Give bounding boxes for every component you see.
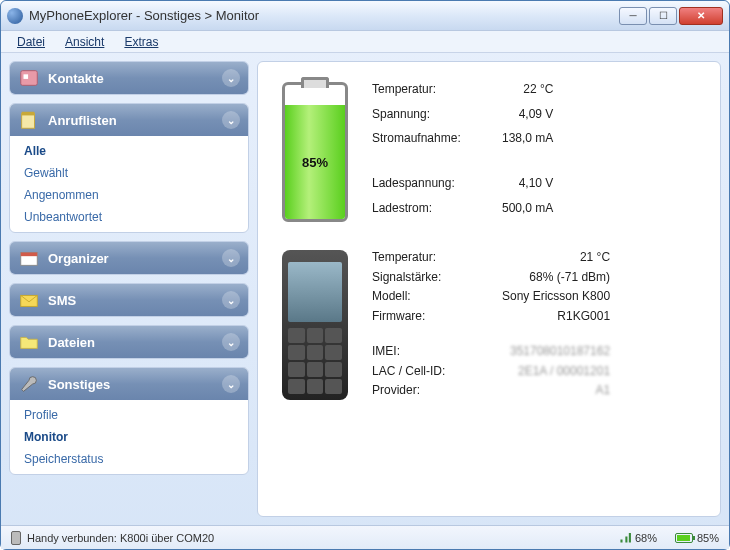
section-organizer: Organizer ⌄: [9, 241, 249, 275]
battery-percent-text: 85%: [302, 155, 328, 170]
status-text: Handy verbunden: K800i über COM20: [27, 532, 214, 544]
section-dateien: Dateien ⌄: [9, 325, 249, 359]
phone-row: Temperatur: 21 °C Signalstärke: 68% (-71…: [282, 250, 696, 400]
section-header-sms[interactable]: SMS ⌄: [10, 284, 248, 316]
value-voltage: 4,09 V: [502, 107, 583, 129]
label-signal: Signalstärke:: [372, 270, 502, 287]
status-battery: 85%: [675, 532, 719, 544]
value-imei: 351708010187162: [502, 344, 640, 361]
chevron-down-icon: ⌄: [222, 291, 240, 309]
phone-visual: [282, 250, 348, 400]
signal-icon: [617, 533, 631, 543]
sidebar-item-monitor[interactable]: Monitor: [10, 426, 248, 448]
value-ptemp: 21 °C: [502, 250, 640, 267]
section-sonstiges: Sonstiges ⌄ Profile Monitor Speicherstat…: [9, 367, 249, 475]
section-label: Sonstiges: [48, 377, 110, 392]
window-title: MyPhoneExplorer - Sonstiges > Monitor: [29, 8, 619, 23]
label-voltage: Spannung:: [372, 107, 502, 129]
wrench-icon: [18, 373, 40, 395]
value-temp: 22 °C: [502, 82, 583, 104]
svg-rect-3: [22, 112, 35, 116]
battery-visual: 85%: [282, 82, 348, 222]
app-icon: [7, 8, 23, 24]
status-battery-value: 85%: [697, 532, 719, 544]
contacts-icon: [18, 67, 40, 89]
section-header-dateien[interactable]: Dateien ⌄: [10, 326, 248, 358]
svg-rect-1: [24, 74, 29, 79]
section-header-kontakte[interactable]: Kontakte ⌄: [10, 62, 248, 94]
section-label: Dateien: [48, 335, 95, 350]
minimize-button[interactable]: ─: [619, 7, 647, 25]
svg-rect-0: [21, 71, 38, 86]
label-firmware: Firmware:: [372, 309, 502, 326]
menu-extras[interactable]: Extras: [116, 33, 166, 51]
status-signal: 68%: [617, 532, 657, 544]
svg-rect-5: [21, 253, 38, 257]
sidebar-item-unbeantwortet[interactable]: Unbeantwortet: [10, 206, 248, 228]
battery-row: 85% Temperatur: 22 °C Spannung: 4,09 V S…: [282, 82, 696, 222]
sidebar-item-gewaehlt[interactable]: Gewählt: [10, 162, 248, 184]
sidebar-item-profile[interactable]: Profile: [10, 404, 248, 426]
phone-kv: Temperatur: 21 °C Signalstärke: 68% (-71…: [372, 250, 640, 400]
label-model: Modell:: [372, 289, 502, 306]
section-header-anruflisten[interactable]: Anruflisten ⌄: [10, 104, 248, 136]
section-items-sonstiges: Profile Monitor Speicherstatus: [10, 400, 248, 474]
value-lac: 2E1A / 00001201: [502, 364, 640, 381]
section-label: Anruflisten: [48, 113, 117, 128]
svg-rect-2: [22, 114, 35, 129]
section-label: Kontakte: [48, 71, 104, 86]
section-label: SMS: [48, 293, 76, 308]
chevron-down-icon: ⌄: [222, 111, 240, 129]
battery-fill: 85%: [285, 105, 345, 219]
label-imei: IMEI:: [372, 344, 502, 361]
body: Kontakte ⌄ Anruflisten ⌄ Alle Gewählt An…: [1, 53, 729, 525]
section-header-sonstiges[interactable]: Sonstiges ⌄: [10, 368, 248, 400]
statusbar: Handy verbunden: K800i über COM20 68% 85…: [1, 525, 729, 549]
section-header-organizer[interactable]: Organizer ⌄: [10, 242, 248, 274]
section-items-anruflisten: Alle Gewählt Angenommen Unbeantwortet: [10, 136, 248, 232]
sidebar: Kontakte ⌄ Anruflisten ⌄ Alle Gewählt An…: [9, 61, 249, 517]
label-temp: Temperatur:: [372, 82, 502, 104]
label-charge-i: Ladestrom:: [372, 201, 502, 223]
phone-screen: [288, 262, 342, 322]
menu-datei[interactable]: Datei: [9, 33, 53, 51]
sidebar-item-speicherstatus[interactable]: Speicherstatus: [10, 448, 248, 470]
window-buttons: ─ ☐ ✕: [619, 7, 723, 25]
chevron-down-icon: ⌄: [222, 249, 240, 267]
section-label: Organizer: [48, 251, 109, 266]
maximize-button[interactable]: ☐: [649, 7, 677, 25]
value-model: Sony Ericsson K800: [502, 289, 640, 306]
label-current: Stromaufnahme:: [372, 131, 502, 153]
menubar: Datei Ansicht Extras: [1, 31, 729, 53]
label-ptemp: Temperatur:: [372, 250, 502, 267]
sidebar-item-angenommen[interactable]: Angenommen: [10, 184, 248, 206]
value-firmware: R1KG001: [502, 309, 640, 326]
titlebar[interactable]: MyPhoneExplorer - Sonstiges > Monitor ─ …: [1, 1, 729, 31]
value-current: 138,0 mA: [502, 131, 583, 153]
label-provider: Provider:: [372, 383, 502, 400]
app-window: MyPhoneExplorer - Sonstiges > Monitor ─ …: [0, 0, 730, 550]
section-kontakte: Kontakte ⌄: [9, 61, 249, 95]
chevron-down-icon: ⌄: [222, 69, 240, 87]
close-button[interactable]: ✕: [679, 7, 723, 25]
menu-ansicht[interactable]: Ansicht: [57, 33, 112, 51]
section-sms: SMS ⌄: [9, 283, 249, 317]
value-charge-i: 500,0 mA: [502, 201, 583, 223]
battery-icon: [675, 533, 693, 543]
chevron-down-icon: ⌄: [222, 375, 240, 393]
main-panel: 85% Temperatur: 22 °C Spannung: 4,09 V S…: [257, 61, 721, 517]
battery-kv: Temperatur: 22 °C Spannung: 4,09 V Strom…: [372, 82, 583, 222]
phone-keypad: [288, 328, 342, 394]
label-charge-v: Ladespannung:: [372, 176, 502, 198]
status-signal-value: 68%: [635, 532, 657, 544]
status-main: Handy verbunden: K800i über COM20: [11, 531, 599, 545]
value-provider: A1: [502, 383, 640, 400]
sidebar-item-alle[interactable]: Alle: [10, 140, 248, 162]
folder-icon: [18, 331, 40, 353]
value-signal: 68% (-71 dBm): [502, 270, 640, 287]
label-lac: LAC / Cell-ID:: [372, 364, 502, 381]
chevron-down-icon: ⌄: [222, 333, 240, 351]
organizer-icon: [18, 247, 40, 269]
calllist-icon: [18, 109, 40, 131]
value-charge-v: 4,10 V: [502, 176, 583, 198]
